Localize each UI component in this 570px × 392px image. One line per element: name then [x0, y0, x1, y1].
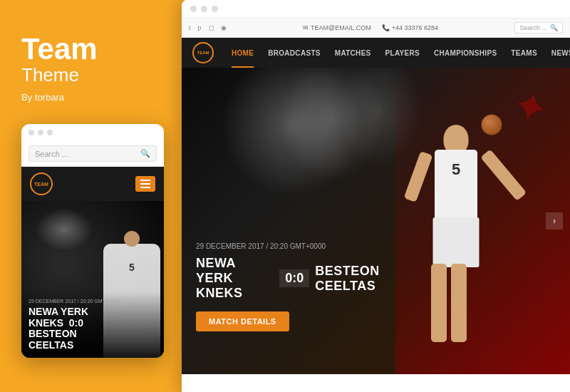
- desktop-mockup: t p ◻ ◉ ✉ TEAM@EMAIL.COM 📞 +44 33376 628…: [182, 0, 570, 392]
- instagram-icon[interactable]: ◻: [209, 24, 214, 31]
- match-details-button[interactable]: MATCH DETAILS: [196, 311, 289, 331]
- mobile-hero: 5 29 DECEMBER 2017 / 20:20 GMT+0000 NEWA…: [21, 201, 164, 358]
- email-icon: ✉: [303, 24, 309, 31]
- hero-date: 29 DECEMBER 2017 / 20:20 GMT+0000: [196, 242, 392, 250]
- theme-author: By torbara: [21, 92, 150, 103]
- mobile-dot-1: [28, 130, 34, 135]
- player-body: 5: [413, 125, 499, 374]
- hero-content: 29 DECEMBER 2017 / 20:20 GMT+0000 NEWA Y…: [196, 242, 392, 331]
- mobile-search-input[interactable]: Search ... 🔍: [28, 145, 157, 162]
- mobile-match-title: NEWA YERK KNEKS 0:0 BESTEON CEELTAS: [28, 306, 157, 351]
- player-ball: [481, 114, 502, 135]
- hero-match-info: NEWA YERK KNEKS 0:0 BESTEON CEELTAS: [196, 256, 392, 301]
- toolbar-search-icon: 🔍: [550, 24, 558, 31]
- phone-icon: 📞: [382, 24, 390, 31]
- nav-item-championships[interactable]: CHAMPIONSHIPS: [427, 38, 504, 68]
- mobile-player-number: 5: [129, 262, 135, 273]
- nav-item-players[interactable]: PLAYERS: [378, 38, 427, 68]
- mobile-hero-overlay: 29 DECEMBER 2017 / 20:20 GMT+0000 NEWA Y…: [21, 292, 164, 358]
- pinterest-icon[interactable]: p: [198, 24, 202, 31]
- toolbar-search-placeholder: Search ...: [519, 24, 547, 31]
- theme-title: Team: [21, 34, 150, 64]
- toolbar-search[interactable]: Search ... 🔍: [514, 22, 563, 33]
- hero-team1: NEWA YERK KNEKS: [196, 256, 274, 301]
- mobile-player-head: [124, 231, 140, 247]
- desktop-nav-items: HOME BROADCASTS MATCHES PLAYERS CHAMPION…: [224, 38, 570, 68]
- mobile-logo: TEAM: [30, 172, 53, 195]
- player-head: [444, 125, 469, 153]
- theme-subtitle: Theme: [21, 64, 150, 86]
- nav-item-teams[interactable]: TEAMS: [504, 38, 544, 68]
- mobile-window-bar: [21, 124, 164, 141]
- player-jersey-number: 5: [452, 160, 460, 179]
- twitter-icon[interactable]: t: [189, 24, 191, 31]
- player-arm-left: [404, 151, 433, 202]
- desktop-window-bar: [182, 0, 570, 19]
- player-torso: 5: [435, 150, 477, 221]
- mobile-dot-3: [47, 130, 53, 135]
- player-leg-right: [451, 264, 467, 342]
- mobile-mockup: Search ... 🔍 TEAM 5 29 DECEMBER 20: [21, 124, 164, 358]
- desktop-browser-toolbar: t p ◻ ◉ ✉ TEAM@EMAIL.COM 📞 +44 33376 628…: [182, 19, 570, 38]
- player-arm-right: [480, 149, 527, 201]
- toolbar-email: ✉ TEAM@EMAIL.COM: [303, 24, 371, 31]
- hero-score: 0:0: [279, 269, 309, 287]
- player-shorts: [433, 217, 480, 267]
- email-address: TEAM@EMAIL.COM: [311, 24, 371, 31]
- phone-number: +44 33376 6284: [392, 24, 438, 31]
- mobile-dot-2: [38, 130, 43, 135]
- nav-item-news[interactable]: NEWS: [544, 38, 570, 68]
- nav-item-matches[interactable]: MATCHES: [328, 38, 378, 68]
- desktop-nav: TEAM HOME BROADCASTS MATCHES PLAYERS CHA…: [182, 38, 570, 68]
- nav-item-home[interactable]: HOME: [224, 38, 261, 68]
- desktop-dot-3: [212, 6, 218, 12]
- search-icon: 🔍: [140, 149, 150, 158]
- desktop-dot-1: [190, 6, 197, 12]
- left-panel: Team Theme By torbara Search ... 🔍 TEAM: [0, 6, 171, 386]
- mobile-hero-lights: [36, 208, 93, 251]
- toolbar-social-links: t p ◻ ◉: [189, 24, 227, 31]
- desktop-hero: ✦ 5 29 DECEMBER 2017 / 20:20 GMT+0000 NE…: [182, 68, 570, 374]
- hero-team2: BESTEON CEELTAS: [315, 264, 392, 294]
- player-leg-left: [431, 264, 447, 342]
- desktop-dot-2: [201, 6, 207, 12]
- mobile-search-bar: Search ... 🔍: [21, 141, 164, 167]
- mobile-hero-date: 29 DECEMBER 2017 / 20:20 GMT+0000: [28, 299, 157, 304]
- hero-player: 5: [385, 89, 527, 374]
- toolbar-phone: 📞 +44 33376 6284: [382, 24, 438, 31]
- hero-next-arrow[interactable]: ›: [546, 212, 563, 229]
- nav-item-broadcasts[interactable]: BROADCASTS: [261, 38, 328, 68]
- mobile-nav: TEAM: [21, 167, 164, 201]
- rss-icon[interactable]: ◉: [221, 24, 227, 31]
- desktop-nav-logo: TEAM: [192, 42, 214, 63]
- mobile-search-placeholder: Search ...: [35, 150, 68, 158]
- mobile-menu-button[interactable]: [135, 176, 155, 192]
